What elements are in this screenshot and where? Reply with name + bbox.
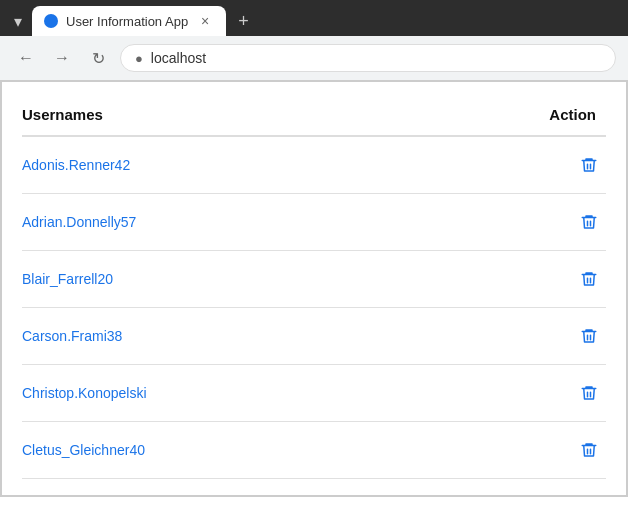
username-link[interactable]: Adrian.Donnelly57: [22, 214, 136, 230]
table-row: Carson.Frami38: [22, 308, 606, 365]
col-header-action: Action: [549, 106, 606, 123]
browser-chrome: ▾ User Information App × + ← → ↻ ● local…: [0, 0, 628, 80]
active-tab[interactable]: User Information App ×: [32, 6, 226, 36]
delete-button[interactable]: [572, 322, 606, 350]
username-link[interactable]: Christop.Konopelski: [22, 385, 147, 401]
user-table-body: Adonis.Renner42 Adrian.Donnelly57 Blair_…: [22, 137, 606, 479]
table-header: Usernames Action: [22, 98, 606, 137]
table-row: Christop.Konopelski: [22, 365, 606, 422]
col-header-usernames: Usernames: [22, 106, 103, 123]
navigation-bar: ← → ↻ ● localhost: [0, 36, 628, 80]
address-text: localhost: [151, 50, 206, 66]
table-row: Adrian.Donnelly57: [22, 194, 606, 251]
username-link[interactable]: Carson.Frami38: [22, 328, 122, 344]
table-row: Cletus_Gleichner40: [22, 422, 606, 479]
tab-favicon: [44, 14, 58, 28]
table-row: Blair_Farrell20: [22, 251, 606, 308]
tab-close-button[interactable]: ×: [196, 12, 214, 30]
forward-button[interactable]: →: [48, 44, 76, 72]
table-row: Adonis.Renner42: [22, 137, 606, 194]
trash-icon: [580, 155, 598, 175]
back-button[interactable]: ←: [12, 44, 40, 72]
delete-button[interactable]: [572, 436, 606, 464]
username-link[interactable]: Cletus_Gleichner40: [22, 442, 145, 458]
tab-dropdown-button[interactable]: ▾: [8, 8, 28, 35]
new-tab-button[interactable]: +: [230, 7, 257, 36]
delete-button[interactable]: [572, 208, 606, 236]
trash-icon: [580, 383, 598, 403]
trash-icon: [580, 212, 598, 232]
username-link[interactable]: Adonis.Renner42: [22, 157, 130, 173]
delete-button[interactable]: [572, 151, 606, 179]
lock-icon: ●: [135, 51, 143, 66]
trash-icon: [580, 269, 598, 289]
trash-icon: [580, 440, 598, 460]
username-link[interactable]: Blair_Farrell20: [22, 271, 113, 287]
page-content: Usernames Action Adonis.Renner42 Adrian.…: [0, 80, 628, 497]
delete-button[interactable]: [572, 265, 606, 293]
address-bar[interactable]: ● localhost: [120, 44, 616, 72]
delete-button[interactable]: [572, 379, 606, 407]
trash-icon: [580, 326, 598, 346]
refresh-button[interactable]: ↻: [84, 44, 112, 72]
tab-title: User Information App: [66, 14, 188, 29]
tab-bar: ▾ User Information App × +: [0, 0, 628, 36]
